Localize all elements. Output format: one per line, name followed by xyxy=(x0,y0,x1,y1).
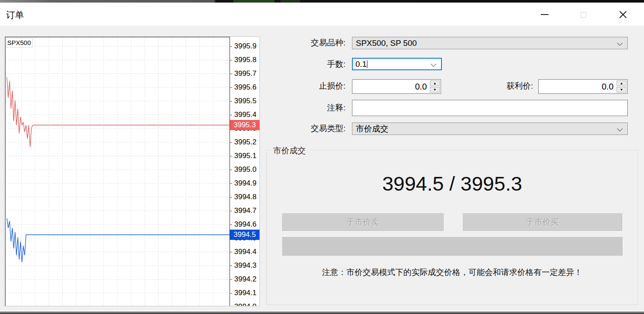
spin-up-button[interactable]: ▲ xyxy=(617,81,626,86)
tick-chart-panel: SPX500 3995.93995.83995.73995.63995.5399… xyxy=(4,36,260,306)
price-axis-label: 3995.5 xyxy=(234,96,256,106)
chevron-down-icon xyxy=(431,61,436,67)
price-axis-label: 3995.9 xyxy=(234,42,256,51)
price-axis-label: 3995.6 xyxy=(234,83,256,92)
axis-tick xyxy=(230,293,232,293)
order-type-select[interactable]: 市价成交 xyxy=(352,123,628,135)
price-axis-label: 3994.6 xyxy=(234,220,256,229)
take-profit-value: 0.0 xyxy=(602,80,614,93)
ask-price-badge: 3995.3 xyxy=(230,120,259,130)
title-bar: 订单 xyxy=(0,3,644,26)
price-axis-label: 3994.2 xyxy=(234,275,256,284)
symbol-select-value: SPX500, SP 500 xyxy=(356,39,417,48)
stop-loss-spinner[interactable]: 0.0 ▲ ▼ xyxy=(352,79,441,94)
minimize-icon xyxy=(541,14,549,15)
spin-down-button[interactable]: ▼ xyxy=(430,87,440,93)
spin-down-icon: ▼ xyxy=(433,88,437,92)
price-axis-label: 3995.1 xyxy=(234,151,256,161)
tick-chart-svg xyxy=(6,37,230,306)
axis-tick xyxy=(230,74,232,74)
symbol-select[interactable]: SPX500, SP 500 xyxy=(352,37,628,49)
volume-label: 手数: xyxy=(257,60,346,69)
spin-down-icon: ▼ xyxy=(620,88,623,92)
comment-label: 注释: xyxy=(257,103,346,113)
take-profit-label: 获利价: xyxy=(456,81,533,91)
axis-tick xyxy=(230,60,232,60)
price-axis-label: 3995.8 xyxy=(234,55,256,65)
background-window-bottom-strip xyxy=(0,311,644,314)
minimize-button[interactable] xyxy=(535,6,555,23)
text-cursor xyxy=(367,60,367,68)
spin-down-button[interactable]: ▼ xyxy=(617,87,626,93)
price-axis-label: 3994.9 xyxy=(234,179,256,188)
bid-ask-quote: 3994.5 / 3995.3 xyxy=(267,172,638,195)
axis-tick xyxy=(230,170,232,170)
price-axis-label: 3994.3 xyxy=(234,261,256,270)
price-axis-label: 3994.0 xyxy=(234,302,256,306)
chevron-down-icon xyxy=(617,40,623,46)
buy-by-market-button[interactable]: 于市价买 xyxy=(463,213,622,231)
price-axis-label: 3994.4 xyxy=(234,247,256,257)
volume-value: 0.1 xyxy=(355,60,367,69)
axis-tick xyxy=(230,115,232,115)
price-axis: 3995.93995.83995.73995.63995.53995.43995… xyxy=(230,37,260,306)
axis-tick xyxy=(230,101,232,102)
price-axis-label: 3995.2 xyxy=(234,138,256,147)
stop-loss-label: 止损价: xyxy=(257,81,346,91)
axis-tick xyxy=(230,46,232,47)
group-title: 市价成交 xyxy=(271,145,308,156)
price-axis-label: 3994.1 xyxy=(234,288,256,298)
spin-up-icon: ▲ xyxy=(620,81,623,85)
sell-by-market-button[interactable]: 于市价卖 xyxy=(282,213,444,231)
axis-tick xyxy=(230,142,232,143)
axis-tick xyxy=(230,279,232,280)
maximize-button xyxy=(573,6,593,23)
volume-combobox[interactable]: 0.1 xyxy=(352,58,442,70)
axis-tick xyxy=(230,156,232,156)
dialog-title: 订单 xyxy=(6,9,24,21)
execution-note: 注意：市价交易模式下的实际成交价格，可能会和请求价格有一定差异！ xyxy=(267,267,638,278)
take-profit-spinner[interactable]: 0.0 ▲ ▼ xyxy=(538,79,628,94)
chevron-down-icon xyxy=(617,126,623,132)
order-type-value: 市价成交 xyxy=(356,124,388,133)
axis-tick xyxy=(230,252,232,252)
symbol-label: 交易品种: xyxy=(257,38,346,48)
spin-up-button[interactable]: ▲ xyxy=(430,81,440,86)
order-type-label: 交易类型: xyxy=(257,124,346,133)
order-dialog: 订单 SPX500 3995.93995.83995.73995.63995.5… xyxy=(0,0,644,314)
market-execution-group: 市价成交 3994.5 / 3995.3 于市价卖 于市价买 注意：市价交易模式… xyxy=(266,150,638,305)
disabled-action-bar xyxy=(282,237,623,256)
bid-price-badge: 3994.5 xyxy=(230,230,259,240)
chart-symbol-label: SPX500 xyxy=(6,38,33,48)
price-axis-label: 3995.4 xyxy=(234,110,256,120)
tick-chart-plot: SPX500 xyxy=(5,37,230,306)
comment-input[interactable] xyxy=(352,100,628,116)
close-icon xyxy=(618,10,628,19)
take-profit-spin-buttons: ▲ ▼ xyxy=(617,80,627,93)
axis-tick xyxy=(230,224,232,225)
price-axis-label: 3995.0 xyxy=(234,165,256,174)
axis-tick xyxy=(230,197,232,197)
close-button[interactable] xyxy=(613,6,633,23)
price-axis-label: 3994.7 xyxy=(234,206,256,215)
axis-tick xyxy=(230,211,232,211)
stop-loss-value: 0.0 xyxy=(415,80,427,93)
price-axis-label: 3994.8 xyxy=(234,192,256,202)
axis-tick xyxy=(230,87,232,88)
price-axis-label: 3995.7 xyxy=(234,69,256,78)
spin-up-icon: ▲ xyxy=(433,81,437,85)
dialog-content: SPX500 3995.93995.83995.73995.63995.5399… xyxy=(0,26,644,311)
axis-tick xyxy=(230,266,232,266)
maximize-icon xyxy=(581,12,586,18)
axis-tick xyxy=(230,183,232,184)
stop-loss-spin-buttons: ▲ ▼ xyxy=(430,80,440,93)
